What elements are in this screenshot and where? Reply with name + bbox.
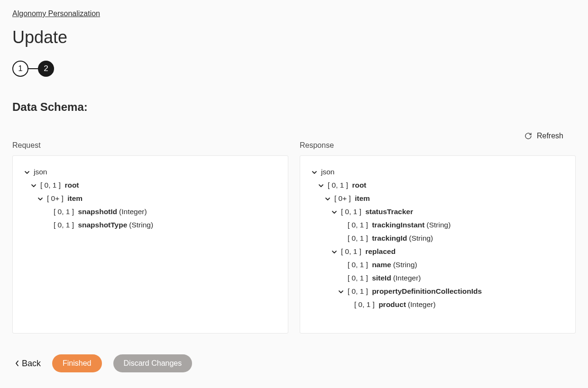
- tree-node[interactable]: [ 0, 1 ] propertyDefinitionCollectionIds: [311, 285, 565, 298]
- node-type: (String): [409, 234, 433, 242]
- node-cardinality: [ 0, 1 ]: [354, 300, 377, 308]
- refresh-label: Refresh: [537, 132, 563, 140]
- chevron-down-icon[interactable]: [37, 196, 44, 202]
- node-type: (String): [427, 221, 451, 229]
- node-type: (Integer): [408, 300, 436, 308]
- tree-node: [ 0, 1 ] trackingInstant(String): [311, 218, 565, 232]
- node-cardinality: [ 0, 1 ]: [348, 261, 370, 269]
- step-2[interactable]: 2: [38, 61, 54, 77]
- node-type: (String): [129, 221, 153, 229]
- breadcrumb-link[interactable]: Algonomy Personalization: [12, 9, 100, 18]
- refresh-button[interactable]: Refresh: [524, 132, 563, 140]
- node-name: replaced: [365, 247, 395, 255]
- stepper: 1 2: [12, 61, 576, 77]
- tree-node[interactable]: [ 0, 1 ] root: [23, 179, 277, 192]
- tree-node: [ 0, 1 ] name(String): [311, 258, 565, 271]
- node-type: (String): [393, 261, 417, 269]
- tree-node[interactable]: [ 0+ ] item: [311, 192, 565, 205]
- node-cardinality: [ 0, 1 ]: [348, 234, 370, 242]
- section-title: Data Schema:: [12, 100, 576, 114]
- back-button[interactable]: Back: [15, 359, 41, 369]
- node-type: (Integer): [393, 274, 421, 282]
- node-name: item: [67, 194, 83, 202]
- node-name: root: [64, 181, 79, 189]
- response-label: Response: [300, 141, 576, 150]
- response-schema-panel: json[ 0, 1 ] root[ 0+ ] item[ 0, 1 ] sta…: [300, 155, 576, 334]
- node-cardinality: [ 0, 1 ]: [341, 247, 363, 255]
- refresh-icon: [524, 132, 532, 140]
- chevron-down-icon[interactable]: [331, 209, 338, 215]
- node-name: product: [378, 300, 406, 308]
- chevron-down-icon[interactable]: [324, 196, 331, 202]
- chevron-down-icon[interactable]: [317, 183, 325, 189]
- node-name: name: [372, 261, 391, 269]
- tree-node: [ 0, 1 ] trackingId(String): [311, 232, 565, 245]
- back-label: Back: [22, 359, 41, 369]
- node-cardinality: [ 0, 1 ]: [341, 208, 363, 216]
- chevron-left-icon: [15, 360, 19, 367]
- tree-node: [ 0, 1 ] product(Integer): [311, 298, 565, 311]
- tree-node[interactable]: [ 0, 1 ] root: [311, 179, 565, 192]
- tree-node: [ 0, 1 ] siteId(Integer): [311, 271, 565, 285]
- page-title: Update: [12, 27, 576, 47]
- node-cardinality: [ 0+ ]: [47, 194, 65, 202]
- node-cardinality: [ 0, 1 ]: [328, 181, 350, 189]
- node-cardinality: [ 0, 1 ]: [348, 221, 370, 229]
- tree-node: [ 0, 1 ] snapshotType(String): [23, 218, 277, 232]
- request-label: Request: [12, 141, 288, 150]
- chevron-down-icon[interactable]: [337, 289, 345, 295]
- node-name: json: [34, 168, 47, 176]
- node-cardinality: [ 0+ ]: [334, 194, 353, 202]
- finished-button[interactable]: Finished: [52, 354, 101, 372]
- discard-changes-button[interactable]: Discard Changes: [113, 354, 193, 372]
- tree-node[interactable]: [ 0, 1 ] replaced: [311, 245, 565, 258]
- step-1[interactable]: 1: [12, 61, 28, 77]
- node-name: item: [355, 194, 370, 202]
- node-type: (Integer): [119, 208, 147, 216]
- tree-node[interactable]: [ 0, 1 ] statusTracker: [311, 205, 565, 218]
- node-name: snapshotType: [78, 221, 127, 229]
- tree-node[interactable]: json: [23, 165, 277, 179]
- tree-node[interactable]: json: [311, 165, 565, 179]
- tree-node: [ 0, 1 ] snapshotId(Integer): [23, 205, 277, 218]
- chevron-down-icon[interactable]: [311, 170, 318, 175]
- node-name: trackingInstant: [372, 221, 424, 229]
- node-name: propertyDefinitionCollectionIds: [372, 287, 482, 295]
- node-cardinality: [ 0, 1 ]: [54, 221, 76, 229]
- step-connector: [28, 68, 38, 69]
- tree-node[interactable]: [ 0+ ] item: [23, 192, 277, 205]
- node-name: trackingId: [372, 234, 407, 242]
- node-name: root: [352, 181, 366, 189]
- chevron-down-icon[interactable]: [23, 170, 31, 175]
- node-cardinality: [ 0, 1 ]: [40, 181, 63, 189]
- node-cardinality: [ 0, 1 ]: [54, 208, 76, 216]
- node-name: json: [321, 168, 334, 176]
- node-name: statusTracker: [365, 208, 413, 216]
- node-cardinality: [ 0, 1 ]: [348, 287, 370, 295]
- node-name: siteId: [372, 274, 391, 282]
- request-schema-panel: json[ 0, 1 ] root[ 0+ ] item[ 0, 1 ] sna…: [12, 155, 288, 334]
- node-cardinality: [ 0, 1 ]: [348, 274, 370, 282]
- node-name: snapshotId: [78, 208, 117, 216]
- chevron-down-icon[interactable]: [331, 249, 338, 255]
- chevron-down-icon[interactable]: [30, 183, 37, 189]
